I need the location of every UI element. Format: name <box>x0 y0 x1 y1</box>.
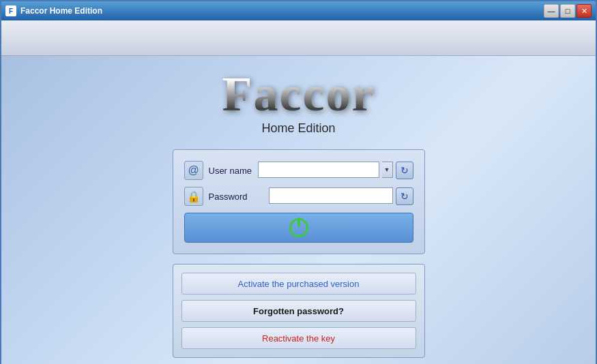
window-title: Faccor Home Edition <box>20 6 544 16</box>
username-row: @ User name ▼ ↻ <box>184 161 413 180</box>
password-input[interactable] <box>269 187 393 204</box>
username-icon: @ <box>184 161 203 180</box>
username-label: User name <box>209 166 252 176</box>
main-content: Faccor Home Edition @ User name ▼ ↻ 🔒 Pa… <box>1 56 596 364</box>
activate-button[interactable]: Activate the purchased version <box>181 273 416 294</box>
username-refresh-button[interactable]: ↻ <box>396 162 413 179</box>
window-controls: — □ ✕ <box>544 4 592 18</box>
minimize-button[interactable]: — <box>544 4 559 18</box>
reactivate-button[interactable]: Reactivate the key <box>181 327 416 349</box>
options-panel: Activate the purchased version Forgotten… <box>173 264 425 358</box>
username-dropdown-arrow[interactable]: ▼ <box>382 162 393 178</box>
app-logo-subtitle: Home Edition <box>222 121 375 136</box>
password-refresh-button[interactable]: ↻ <box>396 187 413 205</box>
password-input-wrapper: ↻ <box>269 187 413 205</box>
maximize-button[interactable]: □ <box>560 4 575 18</box>
username-input-wrapper: ▼ ↻ <box>258 162 413 179</box>
login-button[interactable] <box>184 213 413 243</box>
password-icon: 🔒 <box>184 187 203 206</box>
toolbar-area <box>1 20 596 56</box>
app-icon: F <box>5 5 16 16</box>
app-logo-title: Faccor <box>222 70 375 119</box>
main-window: F Faccor Home Edition — □ ✕ Faccor Home … <box>0 0 597 364</box>
password-row: 🔒 Password ↻ <box>184 187 413 206</box>
login-panel: @ User name ▼ ↻ 🔒 Password ↻ <box>173 149 425 254</box>
title-bar: F Faccor Home Edition — □ ✕ <box>1 1 596 20</box>
username-input[interactable] <box>258 162 379 178</box>
forgotten-password-button[interactable]: Forgotten password? <box>181 300 416 322</box>
power-icon <box>289 218 308 237</box>
close-button[interactable]: ✕ <box>577 4 592 18</box>
logo-area: Faccor Home Edition <box>222 70 375 136</box>
password-label: Password <box>209 192 263 202</box>
